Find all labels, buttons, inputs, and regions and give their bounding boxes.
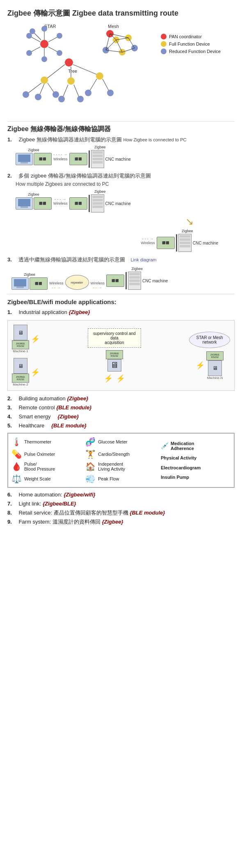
svg-line-11 xyxy=(48,47,57,52)
pc-zigbee-2a: Zigbee ⬛⬛ xyxy=(16,192,52,210)
machine-1: 🖥 ZIGBEE RS232 Machine-1 xyxy=(12,325,29,353)
divider-2 xyxy=(7,294,235,294)
legend-pan: PAN coordinator xyxy=(161,34,235,39)
diagram-2-label: 2. 多個 zigbee 傳輸器/無線傳輸協調器連結到電腦的示意圖 xyxy=(7,172,235,180)
hc-weight: ⚖️Weight Scale xyxy=(11,474,83,484)
zigbee-rs232-1: ZIGBEE RS232 xyxy=(12,340,29,349)
applications-section: Zigbee/BLE/wifi module applications: 1. … xyxy=(7,298,235,526)
tree-label: Tree xyxy=(68,69,77,74)
hc-pulse-ox: 💊Pulse Oximeter xyxy=(11,449,83,459)
scada-box: supervisory control and dataacquisition xyxy=(88,328,141,348)
diagram-1-num: 1. xyxy=(7,136,12,143)
diagram-3-label: 3. 透過中繼無線傳輸協調器連結到電腦的示意圖 Link diagram xyxy=(7,256,235,263)
page-container: Zigbee 傳輸示意圖 Zigbee data transmitting ro… xyxy=(0,0,242,531)
cnc-label-2a: CNC machine xyxy=(105,201,131,206)
app-8: 8. Retail service: 產品位置傳回顧客的智慧型手機 {BLE m… xyxy=(7,509,235,517)
lightning-row: ⚡ ⚡ xyxy=(104,374,125,383)
zigbee-board-1: ⬛⬛ xyxy=(34,153,52,165)
hc-items-left: 🌡️Thermometer 🧬Glucose Meter 💊Pulse Oxim… xyxy=(11,437,157,484)
zigbee-cnc-right-1: Zigbee ⬛⬛ CNC machine xyxy=(69,145,131,168)
svg-line-7 xyxy=(48,37,57,42)
hc-cardio: 🏋️Cardio/Strength xyxy=(85,449,157,459)
arrow-down-2b: ↘ xyxy=(185,216,218,227)
svg-point-50 xyxy=(107,90,114,96)
diagram-1-container: 1. Zigbee 無線傳輸協調器連結到電腦的示意圖 How Zigbee is… xyxy=(7,136,235,168)
svg-point-40 xyxy=(35,94,41,100)
svg-point-44 xyxy=(58,96,65,102)
repeater-box-3: repeater xyxy=(65,275,89,290)
conn-row-1: Zigbee ⬛⬛ - - - - → Wireless Zigbee ⬛⬛ xyxy=(16,145,235,168)
machine-1-row: 🖥 ZIGBEE RS232 Machine-1 ⚡ xyxy=(12,325,40,353)
svg-point-36 xyxy=(96,72,103,80)
wireless-2b: - - - → Wireless xyxy=(141,236,155,245)
cnc-right-1 xyxy=(89,150,90,168)
legend-rfd: Reduced Function Device xyxy=(161,48,235,54)
svg-point-38 xyxy=(23,91,29,98)
svg-line-41 xyxy=(48,83,55,93)
wireless-2a: - - - → Wireless xyxy=(53,197,68,205)
legend-ffd-dot xyxy=(161,41,167,47)
app-1-highlight: {Zigbee} xyxy=(69,309,90,315)
cnc-box-1 xyxy=(91,150,104,168)
machine-2-row: 🖥 ZIGBEE RS232 Machine-2 ⚡ xyxy=(12,358,40,386)
legend-ffd-label: Full Function Device xyxy=(169,42,210,46)
svg-point-34 xyxy=(67,77,75,85)
svg-point-46 xyxy=(77,96,84,102)
svg-line-22 xyxy=(128,38,135,48)
svg-point-42 xyxy=(53,91,59,98)
zigbee-cnc-2a: Zigbee ⬛⬛ CNC machine xyxy=(69,189,131,212)
app-7: 7. Light link: {Zigbee/BLE} xyxy=(7,500,235,508)
cnc-label-1: CNC machine xyxy=(105,157,131,162)
machines-left: 🖥 ZIGBEE RS232 Machine-1 ⚡ 🖥 ZIGBEE RS23… xyxy=(12,325,40,386)
diagram-2-container: 2. 多個 zigbee 傳輸器/無線傳輸協調器連結到電腦的示意圖 How mu… xyxy=(7,172,235,252)
wireless-section-title: Zigbee 無線傳輸器/無線傳輸協調器 xyxy=(7,125,235,134)
svg-line-45 xyxy=(74,85,79,97)
svg-line-47 xyxy=(89,79,97,91)
app-1: 1. Industrial application {Zigbee} xyxy=(7,309,235,316)
svg-line-9 xyxy=(31,47,40,52)
wireless-label-1: Wireless xyxy=(53,157,68,161)
legend-rfd-label: Reduced Function Device xyxy=(169,49,221,54)
hc-living: 🏠Independent Living Activity xyxy=(85,462,157,471)
legend-pan-label: PAN coordinator xyxy=(169,34,202,39)
conn-row-2a: Zigbee ⬛⬛ - - - → Wireless Zigbee ⬛⬛ xyxy=(16,189,235,212)
svg-line-28 xyxy=(116,40,122,52)
diagram-1-label: 1. Zigbee 無線傳輸協調器連結到電腦的示意圖 How Zigbee is… xyxy=(7,136,235,143)
svg-line-37 xyxy=(28,83,41,93)
scada-center: supervisory control and dataacquisition … xyxy=(88,328,141,383)
conn-row-2b: ↘ - - - → Wireless Zigbee ⬛⬛ CNC machine xyxy=(7,216,218,252)
legend-rfd-dot xyxy=(161,48,167,54)
wireless-arrow-1: - - - - → Wireless xyxy=(53,152,68,161)
pc-2a xyxy=(16,197,33,210)
hc-insulin: Insulin Pump xyxy=(161,475,229,480)
legend-area: PAN coordinator Full Function Device Red… xyxy=(161,21,235,56)
diagram-2-label-en: How multiple Zigbees are connected to PC xyxy=(16,181,235,187)
machine-n-row: ⚡ ZIGBEE RS232 🖥 Machine-N xyxy=(196,351,224,380)
hc-physical: Physical Activity xyxy=(161,455,229,460)
hc-medication: 💉 Medication Adherence xyxy=(161,441,229,451)
svg-line-29 xyxy=(106,40,116,50)
svg-line-39 xyxy=(39,84,44,95)
diagram-3-container: 3. 透過中繼無線傳輸協調器連結到電腦的示意圖 Link diagram Zig… xyxy=(7,256,235,290)
app-2: 2. Building automation {Zigbee} xyxy=(7,395,235,402)
svg-point-8 xyxy=(57,33,62,39)
zigbee-cnc-3: Zigbee ⬛⬛ CNC machine xyxy=(106,267,168,290)
app-5: 5. Healthcare {BLE module} xyxy=(7,422,235,429)
svg-point-0 xyxy=(40,40,48,48)
lightning-1: ⚡ xyxy=(31,335,40,344)
hc-peak: 💨Peak Flow xyxy=(85,474,157,484)
hc-thermometer: 🌡️Thermometer xyxy=(11,437,83,447)
mesh-label: Mesh xyxy=(108,24,119,29)
repeater-layout: Zigbee ⬛⬛ Wireless - - → xyxy=(11,267,235,290)
svg-point-14 xyxy=(30,28,35,34)
app-6: 6. Home automation: {Zigbee/wifi} xyxy=(7,491,235,499)
pc-zigbee-3: Zigbee ⬛⬛ xyxy=(11,272,48,290)
zigbee-center: ZIGBEE RS232 🖥 xyxy=(106,350,123,372)
page-title: Zigbee 傳輸示意圖 Zigbee data transmitting ro… xyxy=(7,8,235,18)
network-svg: STAR Mesh xyxy=(7,21,147,117)
app-1-text: Industrial application xyxy=(13,309,68,315)
legend-ffd: Full Function Device xyxy=(161,41,235,47)
svg-point-2 xyxy=(41,26,47,32)
pc-zigbee-left: Zigbee ⬛⬛ xyxy=(16,148,52,165)
diagram-1-text-zh: Zigbee 無線傳輸協調器連結到電腦的示意圖 How Zigbee is co… xyxy=(13,136,186,143)
